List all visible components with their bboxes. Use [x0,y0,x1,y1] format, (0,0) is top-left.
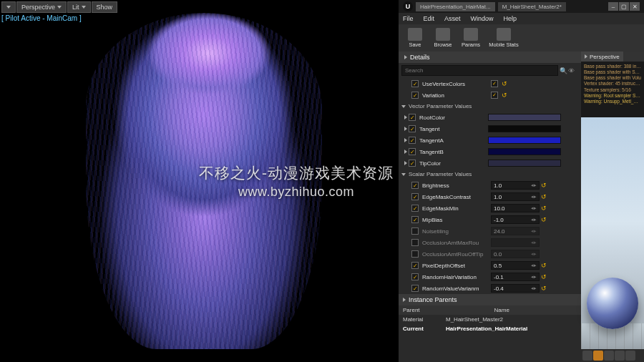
preview-perspective-tab[interactable]: Perspective [581,52,623,62]
window-minimize-button[interactable]: – [608,2,618,11]
details-tab[interactable]: Details [399,52,581,63]
shape-cube-button[interactable] [615,351,625,361]
vector-group-header[interactable]: Vector Parameter Values [399,101,581,112]
level-viewport[interactable]: Perspective Lit Show [ Pilot Active - Ma… [0,0,399,362]
override-checkbox[interactable] [411,239,419,246]
chevron-icon [585,54,587,59]
color-swatch[interactable] [488,148,561,155]
override-checkbox[interactable] [409,137,416,144]
params-button[interactable]: Params [457,26,484,49]
override-checkbox[interactable] [409,125,416,132]
reset-icon[interactable]: ↺ [502,92,507,99]
instance-parents-label: Instance Parents [409,296,457,303]
shape-mesh-button[interactable] [625,351,635,361]
value-spinner[interactable]: 10.0◂▸ [491,204,540,212]
column-name: Name [490,305,582,315]
reset-icon[interactable]: ↺ [541,216,547,223]
shape-plane-button[interactable] [604,351,614,361]
param-label: TangentB [419,149,488,155]
override-checkbox[interactable] [411,262,419,269]
menu-window[interactable]: Window [471,15,494,22]
param-rand-value-varianm: RandomValueVarianm -0.4◂▸ ↺ [399,283,581,294]
menu-asset[interactable]: Asset [444,15,461,22]
instance-parents-tab[interactable]: Instance Parents [399,294,581,305]
search-icon[interactable]: 🔍 [558,67,568,74]
expand-icon[interactable] [404,115,407,119]
expand-icon[interactable] [404,161,407,165]
value-spinner[interactable]: 24.0◂▸ [491,227,540,235]
lit-button[interactable]: Lit [67,1,91,13]
menu-edit[interactable]: Edit [424,15,435,22]
reset-icon[interactable]: ↺ [502,80,507,87]
value-checkbox[interactable] [491,92,498,99]
param-tangent-a: TangentA [399,134,581,146]
instance-parent-row[interactable]: Material M_HairSheet_Master2 [399,315,581,324]
shape-sphere-button[interactable] [593,351,603,361]
color-swatch[interactable] [488,137,561,144]
override-checkbox[interactable] [411,205,419,212]
reset-icon[interactable]: ↺ [541,273,547,280]
param-label: EdgeMaskContrast [422,194,491,200]
override-checkbox[interactable] [411,250,419,258]
show-button[interactable]: Show [92,1,118,13]
override-checkbox[interactable] [411,193,419,200]
override-checkbox[interactable] [409,148,416,155]
override-checkbox[interactable] [411,92,419,99]
value-spinner[interactable]: -1.0◂▸ [491,215,540,224]
viewport-menu-button[interactable] [1,1,16,13]
shader-stats: Base pass shader: 388 instru Base pass s… [581,62,644,117]
search-input[interactable] [401,65,558,76]
expand-icon[interactable] [404,127,407,131]
tab-hair-material[interactable]: HairPresentation_HairMat... [416,2,495,11]
color-swatch[interactable] [488,125,561,132]
browse-button[interactable]: Browse [429,26,457,49]
override-checkbox[interactable] [411,228,419,235]
menu-file[interactable]: File [403,15,414,22]
value-spinner[interactable]: -0.1◂▸ [491,273,540,281]
window-close-button[interactable]: ✕ [630,2,640,11]
window-maximize-button[interactable]: ▢ [619,2,629,11]
tab-master-material-label: M_HairSheet_Master2* [502,4,562,10]
expand-icon[interactable] [404,138,407,142]
details-tab-label: Details [410,54,430,61]
param-tangent: Tangent [399,123,581,134]
value-spinner[interactable]: 0.0◂▸ [491,250,540,258]
override-checkbox[interactable] [409,114,416,121]
value-spinner[interactable]: 1.0◂▸ [491,181,540,190]
override-checkbox[interactable] [411,285,419,292]
instance-parent-row-current[interactable]: Current HairPresentation_HairMaterial [399,324,581,333]
override-checkbox[interactable] [411,273,419,280]
value-spinner[interactable]: ◂▸ [491,238,540,247]
override-checkbox[interactable] [409,160,416,167]
spinner-value: 1.0 [494,182,502,189]
reset-icon[interactable]: ↺ [541,262,547,269]
param-label: MipBias [422,217,491,223]
view-options-icon[interactable]: 👁 [568,67,578,74]
reset-icon[interactable]: ↺ [541,205,547,212]
menu-help[interactable]: Help [504,15,517,22]
scalar-group-header[interactable]: Scalar Parameter Values [399,169,581,180]
mobile-stats-button[interactable]: Mobile Stats [485,26,522,49]
shape-cylinder-button[interactable] [582,351,592,361]
expand-icon[interactable] [404,150,407,154]
color-swatch[interactable] [488,114,561,121]
reset-icon[interactable]: ↺ [541,193,547,200]
reset-icon[interactable]: ↺ [541,285,547,292]
save-button[interactable]: Save [401,26,429,49]
perspective-button[interactable]: Perspective [16,1,67,13]
param-label: OcclusionAmtRouOffTip [422,251,491,258]
value-checkbox[interactable] [491,80,498,87]
override-checkbox[interactable] [411,216,419,223]
tab-master-material[interactable]: M_HairSheet_Master2* [498,2,566,11]
material-preview-viewport[interactable] [581,117,644,349]
reset-icon[interactable]: ↺ [541,182,547,189]
color-swatch[interactable] [488,160,561,167]
value-spinner[interactable]: 0.5◂▸ [491,261,540,270]
override-checkbox[interactable] [411,80,419,87]
stat-line: Base pass shader: 388 instru [584,64,641,69]
toolbar: Save Browse Params Mobile Stats [399,24,644,52]
parameter-list[interactable]: UseVertexColors ↺ Variation ↺ Vector Par… [399,78,581,294]
value-spinner[interactable]: -0.4◂▸ [491,284,540,293]
value-spinner[interactable]: 1.0◂▸ [491,192,540,201]
override-checkbox[interactable] [411,182,419,189]
